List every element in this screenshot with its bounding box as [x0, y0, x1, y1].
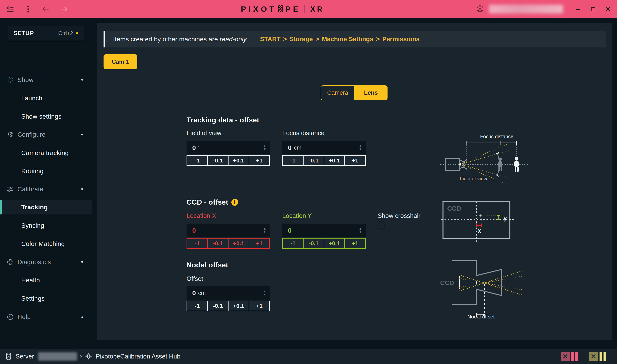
toggle-lens[interactable]: Lens	[354, 85, 387, 100]
database-icon	[6, 353, 11, 360]
offset-step-plus-1[interactable]: +1	[249, 301, 269, 311]
focus-step-plus-01[interactable]: +0.1	[324, 156, 344, 165]
focus-step-minus-1[interactable]: -1	[283, 156, 303, 165]
notice-text: Items created by other machines are read…	[113, 36, 247, 43]
fov-step-minus-1[interactable]: -1	[187, 156, 207, 165]
sidebar-item-syncing[interactable]: Syncing	[0, 219, 92, 233]
offset-step-minus-01[interactable]: -0.1	[207, 301, 228, 311]
spinner-up-icon[interactable]: ▲	[263, 145, 266, 147]
sidebar-item-color-matching[interactable]: Color Matching	[0, 237, 92, 251]
show-crosshair-checkbox[interactable]	[378, 222, 385, 229]
fov-spinner[interactable]: ▲ ▼	[263, 141, 266, 155]
spinner-up-icon[interactable]: ▲	[263, 290, 266, 293]
location-y-spinner[interactable]: ▲ ▼	[359, 223, 362, 237]
locx-step-minus-01[interactable]: -0.1	[207, 239, 228, 248]
chevron-down-icon: ▾	[81, 132, 83, 137]
breadcrumb-permissions: Permissions	[382, 36, 420, 43]
logo-suffix: XR	[310, 5, 324, 13]
help-question-icon: ?	[6, 313, 14, 321]
locx-step-minus-1[interactable]: -1	[187, 239, 207, 248]
focus-spinner[interactable]: ▲ ▼	[359, 141, 362, 155]
sidebar-item-settings[interactable]: Settings	[0, 291, 92, 306]
kebab-menu-icon[interactable]	[23, 4, 33, 14]
focus-step-plus-1[interactable]: +1	[344, 156, 365, 165]
spinner-up-icon[interactable]: ▲	[263, 228, 266, 230]
offset-step-plus-01[interactable]: +0.1	[228, 301, 249, 311]
svg-text:Field of view: Field of view	[460, 176, 487, 182]
locx-step-plus-01[interactable]: +0.1	[228, 239, 249, 248]
statusbar: Server › PixotopeCalibration Asset Hub ✕…	[0, 349, 617, 364]
locy-step-plus-1[interactable]: +1	[344, 239, 365, 248]
location-y-input[interactable]: 0 ▲ ▼	[282, 223, 366, 237]
ccd-diagram: CCD y x	[441, 201, 515, 243]
project-asset-hub[interactable]: PixotopeCalibration Asset Hub	[85, 353, 180, 360]
toggle-camera[interactable]: Camera	[321, 85, 354, 100]
spinner-down-icon[interactable]: ▼	[263, 148, 266, 151]
redacted-user-email[interactable]	[489, 5, 563, 13]
sidebar-item-tracking[interactable]: Tracking	[0, 200, 92, 214]
sidebar-item-calibrate[interactable]: Calibrate ▾	[0, 182, 92, 196]
sidebar-item-routing[interactable]: Routing	[0, 164, 92, 178]
sidebar-divider	[8, 41, 84, 41]
locy-step-minus-01[interactable]: -0.1	[303, 239, 324, 248]
sidebar-item-help[interactable]: ? Help ◂	[0, 310, 92, 324]
fov-step-plus-01[interactable]: +0.1	[228, 156, 249, 165]
collapse-sidebar-icon[interactable]	[5, 4, 15, 14]
info-icon[interactable]: i	[231, 199, 238, 206]
forward-arrow-icon[interactable]	[59, 4, 69, 14]
spinner-down-icon[interactable]: ▼	[359, 231, 362, 233]
svg-text:Nodal offset: Nodal offset	[467, 314, 495, 319]
cam-1-tab[interactable]: Cam 1	[104, 54, 137, 69]
user-account-icon[interactable]	[476, 5, 484, 13]
fov-focus-diagram: Focus distance	[440, 132, 529, 183]
spinner-up-icon[interactable]: ▲	[359, 145, 362, 147]
fov-step-plus-1[interactable]: +1	[249, 156, 269, 165]
ccd-offset-heading: CCD - offset i	[187, 198, 238, 206]
focus-step-minus-01[interactable]: -0.1	[303, 156, 324, 165]
offset-spinner[interactable]: ▲ ▼	[263, 286, 266, 300]
spinner-down-icon[interactable]: ▼	[263, 293, 266, 296]
focus-distance-input[interactable]: 0 cm ▲ ▼	[282, 141, 366, 155]
minimize-button[interactable]	[573, 4, 583, 14]
nodal-offset-diagram: CCD Nodal offset	[439, 260, 524, 319]
show-crosshair-label: Show crosshair	[378, 212, 421, 219]
titlebar-divider	[568, 4, 568, 15]
offset-step-minus-1[interactable]: -1	[187, 301, 207, 311]
location-x-input[interactable]: 0 ▲ ▼	[187, 223, 270, 237]
sidebar-item-configure[interactable]: ⚙ Configure ▾	[0, 127, 92, 142]
fov-input[interactable]: 0 ° ▲ ▼	[187, 141, 270, 155]
spinner-down-icon[interactable]: ▼	[263, 231, 266, 233]
locy-step-plus-01[interactable]: +0.1	[324, 239, 344, 248]
offset-input[interactable]: 0 cm ▲ ▼	[187, 286, 270, 300]
spinner-down-icon[interactable]: ▼	[359, 148, 362, 151]
locy-step-minus-1[interactable]: -1	[283, 239, 303, 248]
mode-selector[interactable]: SETUP Ctrl+2 ▾	[8, 26, 84, 40]
yellow-bar-indicator	[600, 352, 602, 361]
location-x-spinner[interactable]: ▲ ▼	[263, 223, 266, 237]
gear-icon: ⚙	[6, 131, 14, 138]
sidebar-item-launch[interactable]: Launch	[0, 91, 92, 105]
location-x-label: Location X	[187, 212, 216, 219]
yellow-close-indicator[interactable]: ✕	[589, 352, 598, 361]
breadcrumb-start: START	[260, 36, 281, 43]
breadcrumb-separator: >	[283, 36, 287, 43]
sidebar-item-show-settings[interactable]: Show settings	[0, 109, 92, 124]
sidebar: SETUP Ctrl+2 ▾ Show ▾ Launch Show settin…	[0, 18, 92, 349]
back-arrow-icon[interactable]	[41, 4, 51, 14]
sidebar-item-diagnostics[interactable]: Diagnostics ▾	[0, 255, 92, 269]
close-button[interactable]	[603, 4, 613, 14]
pixotope-orb-icon	[85, 353, 92, 360]
sidebar-item-show[interactable]: Show ▾	[0, 73, 92, 87]
chevron-down-icon: ▾	[81, 260, 83, 265]
pink-bar-indicator	[576, 352, 578, 361]
maximize-button[interactable]	[588, 4, 598, 14]
spinner-up-icon[interactable]: ▲	[359, 228, 362, 230]
locx-step-plus-1[interactable]: +1	[249, 239, 269, 248]
pink-close-indicator[interactable]: ✕	[561, 352, 570, 361]
fov-step-minus-01[interactable]: -0.1	[207, 156, 228, 165]
sidebar-item-health[interactable]: Health	[0, 273, 92, 287]
sidebar-item-camera-tracking[interactable]: Camera tracking	[0, 146, 92, 160]
logo-text-right: PE	[285, 5, 301, 14]
svg-text:x: x	[478, 227, 481, 234]
server-selector[interactable]: Server	[6, 352, 77, 361]
